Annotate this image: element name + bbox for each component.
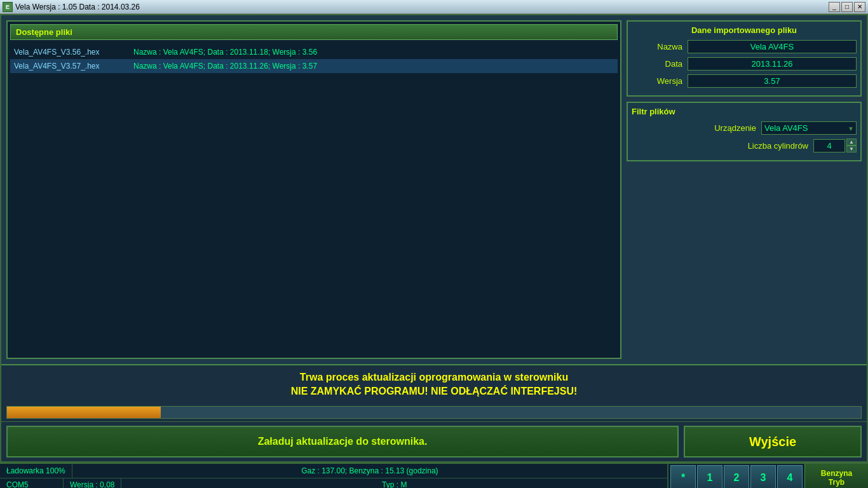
window-controls: _ □ ✕ [829, 2, 865, 12]
statusbar-row1: Ładowarka 100% Gaz : 137.00; Benzyna : 1… [0, 464, 668, 478]
ladowarka-cell: Ładowarka 100% [0, 464, 72, 478]
ladowarka-value: 100% [46, 466, 65, 475]
right-panel: Dane importowanego pliku Nazwa Vela AV4F… [627, 20, 862, 359]
data-label: Data [632, 59, 682, 69]
file-row[interactable]: Vela_AV4FS_V3.57_.hexNazwa : Vela AV4FS;… [10, 59, 618, 73]
app-icon: E [3, 2, 13, 12]
status-line2: NIE ZAMYKAĆ PROGRAMU! NIE ODŁĄCZAĆ INTER… [11, 386, 857, 397]
minimize-button[interactable]: _ [829, 2, 840, 12]
titlebar: E Vela Wersja : 1.05 Data : 2014.03.26 _… [0, 0, 868, 14]
numpad-button[interactable]: 1 [697, 465, 722, 488]
cylindry-down-button[interactable]: ▼ [846, 146, 857, 152]
content-area: Dostępne pliki Vela_AV4FS_V3.56_.hexNazw… [1, 15, 867, 364]
load-button[interactable]: Załaduj aktualizacje do sterownika. [6, 426, 679, 458]
cylindry-spinner-buttons: ▲ ▼ [846, 139, 857, 152]
app-window: Dostępne pliki Vela_AV4FS_V3.56_.hexNazw… [0, 14, 868, 463]
statusbar-left: Ładowarka 100% Gaz : 137.00; Benzyna : 1… [0, 464, 668, 488]
progress-track [6, 406, 862, 419]
filter-panel: Filtr plików Urządzenie Vela AV4FS Liczb… [627, 102, 862, 161]
numpad-button[interactable]: 4 [777, 465, 803, 488]
file-row[interactable]: Vela_AV4FS_V3.56_.hexNazwa : Vela AV4FS;… [10, 45, 618, 59]
nazwa-row: Nazwa Vela AV4FS [632, 40, 857, 53]
numpad-button[interactable]: 2 [724, 465, 749, 488]
benzyna-indicator: Benzyna Tryb [804, 464, 868, 488]
wersja-cell: Wersja : 0,08 [64, 478, 121, 489]
typ-cell: Typ : M [121, 478, 668, 489]
cylindry-label: Liczba cylindrów [748, 141, 808, 151]
nazwa-label: Nazwa [632, 42, 682, 51]
import-panel: Dane importowanego pliku Nazwa Vela AV4F… [627, 20, 862, 97]
file-panel-header: Dostępne pliki [10, 24, 618, 40]
cylindry-input[interactable] [813, 139, 845, 152]
data-value: 2013.11.26 [688, 57, 857, 71]
file-panel: Dostępne pliki Vela_AV4FS_V3.56_.hexNazw… [6, 20, 621, 359]
numpad-button[interactable]: * [670, 465, 696, 488]
urzadzenie-select-wrapper: Vela AV4FS [761, 121, 857, 135]
file-list: Vela_AV4FS_V3.56_.hexNazwa : Vela AV4FS;… [8, 43, 620, 358]
ladowarka-label: Ładowarka [6, 466, 44, 475]
gaz-cell: Gaz : 137.00; Benzyna : 15.13 (godzina) [72, 464, 668, 478]
filter-panel-title: Filtr plików [632, 107, 857, 116]
import-panel-title: Dane importowanego pliku [632, 25, 857, 35]
data-row: Data 2013.11.26 [632, 57, 857, 71]
cylindry-up-button[interactable]: ▲ [846, 139, 857, 146]
title-text: Vela Wersja : 1.05 Data : 2014.03.26 [15, 3, 829, 11]
numpad-button[interactable]: 3 [750, 465, 776, 488]
wersja-row: Wersja 3.57 [632, 74, 857, 88]
file-name: Vela_AV4FS_V3.57_.hex [14, 62, 128, 71]
wersja-value: 3.57 [688, 74, 857, 88]
urzadzenie-select[interactable]: Vela AV4FS [761, 121, 857, 135]
exit-button[interactable]: Wyjście [684, 426, 862, 458]
file-name: Vela_AV4FS_V3.56_.hex [14, 48, 128, 57]
file-desc: Nazwa : Vela AV4FS; Data : 2013.11.26; W… [133, 62, 317, 71]
wersja-label: Wersja [632, 76, 682, 86]
numpad: *1234 [668, 464, 804, 488]
maximize-button[interactable]: □ [841, 2, 853, 12]
cylindry-spinner: ▲ ▼ [813, 139, 857, 152]
progress-fill [7, 407, 161, 418]
com-cell: COM5 [0, 478, 64, 489]
file-desc: Nazwa : Vela AV4FS; Data : 2013.11.18; W… [133, 48, 317, 57]
benzyna-top: Benzyna [821, 469, 852, 478]
close-button[interactable]: ✕ [854, 2, 865, 12]
statusbar-row2: COM5 Wersja : 0,08 Typ : M [0, 478, 668, 489]
status-line1: Trwa proces aktualizacji oprogramowania … [11, 372, 857, 383]
action-area: Załaduj aktualizacje do sterownika. Wyjś… [1, 421, 867, 461]
progress-area [1, 403, 867, 421]
statusbar: Ładowarka 100% Gaz : 137.00; Benzyna : 1… [0, 463, 868, 488]
cylindry-row: Liczba cylindrów ▲ ▼ [632, 139, 857, 152]
urzadzenie-row: Urządzenie Vela AV4FS [632, 121, 857, 135]
benzyna-bottom: Tryb [829, 478, 844, 487]
urzadzenie-label: Urządzenie [714, 123, 756, 133]
status-area: Trwa proces aktualizacji oprogramowania … [1, 364, 867, 403]
nazwa-value: Vela AV4FS [688, 40, 857, 53]
